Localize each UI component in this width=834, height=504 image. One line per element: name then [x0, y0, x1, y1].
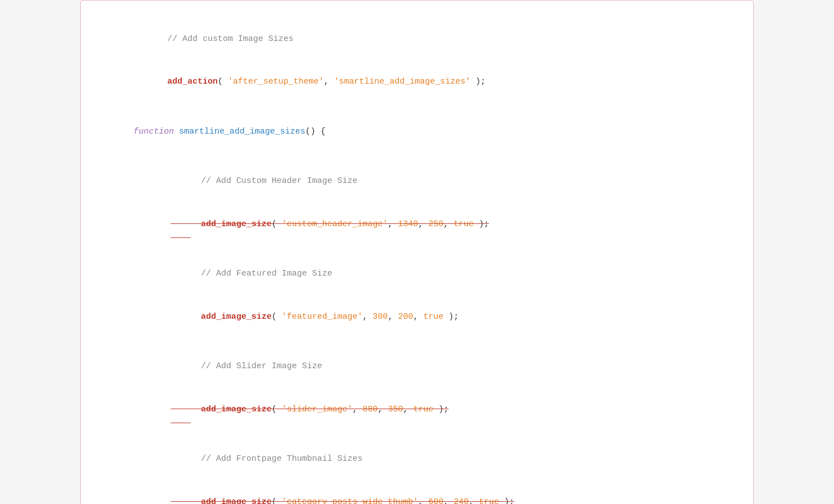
add-image-size-header: add_image_size( 'custom_header_image', 1… — [103, 203, 731, 246]
comment-add-custom: // Add custom Image Sizes — [103, 17, 731, 61]
comment-header-image: // Add Custom Header Image Size — [103, 160, 731, 203]
add-image-size-featured: add_image_size( 'featured_image', 300, 2… — [103, 295, 731, 338]
code-block: // Add custom Image Sizes add_action( 'a… — [103, 17, 731, 504]
add-image-size-category-wide: add_image_size( 'category_posts_wide_thu… — [103, 480, 731, 504]
code-container: // Add custom Image Sizes add_action( 'a… — [80, 0, 754, 504]
comment-frontpage-thumb: // Add Frontpage Thumbnail Sizes — [103, 438, 731, 481]
add-action-image-sizes: add_action( 'after_setup_theme', 'smartl… — [103, 61, 731, 104]
function-declaration: function smartline_add_image_sizes() { — [103, 110, 731, 153]
comment-featured-image: // Add Featured Image Size — [103, 253, 731, 296]
add-image-size-slider: add_image_size( 'slider_image', 880, 350… — [103, 388, 731, 431]
comment-slider-image: // Add Slider Image Size — [103, 345, 731, 388]
